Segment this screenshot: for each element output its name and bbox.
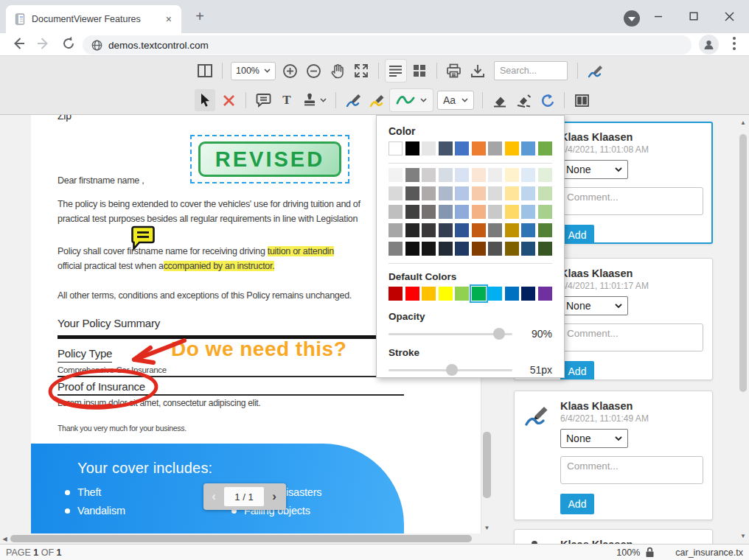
color-swatch[interactable] xyxy=(455,141,469,155)
pan-hand-icon[interactable] xyxy=(327,60,348,82)
highlighter-icon[interactable] xyxy=(366,89,387,111)
comment-input[interactable] xyxy=(560,323,703,351)
color-swatch[interactable] xyxy=(422,186,436,200)
eraser-pen-icon[interactable] xyxy=(513,89,534,111)
red-arrow-annotation[interactable] xyxy=(118,333,192,370)
comment-input[interactable] xyxy=(560,187,703,215)
color-swatch[interactable] xyxy=(455,242,469,256)
comment-card[interactable]: Klaas Klaasen 6/4/2021, 11:01:49 AM None… xyxy=(514,391,713,520)
comment-input[interactable] xyxy=(560,456,703,484)
color-swatch[interactable] xyxy=(455,223,469,237)
next-page-icon[interactable]: › xyxy=(264,489,285,504)
color-swatch[interactable] xyxy=(439,223,453,237)
color-swatch[interactable] xyxy=(505,205,519,219)
color-swatch[interactable] xyxy=(405,186,419,200)
stroke-slider[interactable] xyxy=(389,364,512,376)
color-swatch[interactable] xyxy=(422,287,436,301)
color-swatch[interactable] xyxy=(538,141,552,155)
thumbnail-grid-icon[interactable] xyxy=(409,60,430,82)
color-swatch[interactable] xyxy=(439,242,453,256)
reload-icon[interactable] xyxy=(60,35,77,52)
color-swatch[interactable] xyxy=(505,141,519,155)
color-swatch[interactable] xyxy=(488,141,502,155)
slider-knob[interactable] xyxy=(493,328,505,340)
color-swatch[interactable] xyxy=(521,242,535,256)
color-swatch[interactable] xyxy=(405,287,419,301)
zoom-select[interactable]: 100% xyxy=(231,62,276,80)
color-swatch[interactable] xyxy=(521,223,535,237)
text-annotation-note[interactable]: Do we need this? xyxy=(171,337,346,361)
sidebar-toggle-icon[interactable] xyxy=(195,60,215,82)
new-tab-button[interactable]: + xyxy=(190,7,209,27)
fullscreen-icon[interactable] xyxy=(351,60,372,82)
color-swatch[interactable] xyxy=(405,242,419,256)
tab-close-icon[interactable]: × xyxy=(164,13,174,25)
add-comment-button[interactable]: Add xyxy=(560,225,594,244)
color-swatch[interactable] xyxy=(538,205,552,219)
color-swatch[interactable] xyxy=(405,141,419,155)
color-swatch[interactable] xyxy=(488,242,502,256)
color-swatch[interactable] xyxy=(488,287,502,301)
color-swatch[interactable] xyxy=(472,205,486,219)
comments-scrollbar[interactable]: ▲ ▼ xyxy=(737,115,749,544)
line-style-select[interactable] xyxy=(390,89,433,111)
color-swatch[interactable] xyxy=(439,287,453,301)
site-globe-icon[interactable] xyxy=(91,40,102,51)
color-swatch[interactable] xyxy=(538,223,552,237)
comment-status-select[interactable]: None xyxy=(560,160,628,179)
color-swatch[interactable] xyxy=(422,205,436,219)
profile-avatar[interactable] xyxy=(699,35,719,55)
color-swatch[interactable] xyxy=(439,141,453,155)
color-swatch[interactable] xyxy=(455,186,469,200)
color-swatch[interactable] xyxy=(505,287,519,301)
comment-card[interactable]: Klaas Klaasen xyxy=(514,529,713,544)
page-nav-value[interactable]: 1 / 1 xyxy=(224,487,264,506)
color-swatch[interactable] xyxy=(405,223,419,237)
zoom-in-icon[interactable] xyxy=(280,60,301,82)
color-swatch[interactable] xyxy=(521,141,535,155)
color-swatch[interactable] xyxy=(472,242,486,256)
opacity-slider[interactable] xyxy=(389,328,512,340)
stamp-selection-box[interactable]: REVISED xyxy=(190,135,349,183)
color-swatch[interactable] xyxy=(439,168,453,182)
color-swatch[interactable] xyxy=(488,223,502,237)
color-swatch[interactable] xyxy=(405,168,419,182)
scrollbar-thumb[interactable] xyxy=(739,134,747,392)
color-swatch[interactable] xyxy=(488,168,502,182)
signature-pen-icon[interactable] xyxy=(585,60,605,82)
color-swatch[interactable] xyxy=(521,287,535,301)
color-swatch[interactable] xyxy=(538,168,552,182)
document-horizontal-scrollbar[interactable]: ◀ xyxy=(0,533,492,544)
color-swatch[interactable] xyxy=(472,141,486,155)
slider-knob[interactable] xyxy=(446,364,458,376)
zoom-out-icon[interactable] xyxy=(304,60,324,82)
color-swatch[interactable] xyxy=(505,168,519,182)
color-swatch[interactable] xyxy=(439,205,453,219)
comment-tool-icon[interactable] xyxy=(253,89,274,111)
browser-menu-icon[interactable] xyxy=(733,37,736,52)
color-swatch[interactable] xyxy=(389,141,403,155)
text-annotation-icon[interactable]: T xyxy=(276,89,297,111)
add-comment-button[interactable]: Add xyxy=(560,494,594,514)
stamp-tool-icon[interactable] xyxy=(300,89,329,111)
color-swatch[interactable] xyxy=(505,223,519,237)
color-swatch[interactable] xyxy=(389,205,403,219)
color-swatch[interactable] xyxy=(389,223,403,237)
add-comment-button[interactable]: Add xyxy=(560,361,594,380)
print-icon[interactable] xyxy=(444,60,464,82)
color-swatch[interactable] xyxy=(389,186,403,200)
scrollbar-thumb[interactable] xyxy=(483,432,491,498)
color-swatch[interactable] xyxy=(505,186,519,200)
browser-update-icon[interactable] xyxy=(624,10,640,27)
split-view-icon[interactable] xyxy=(571,89,592,111)
color-swatch[interactable] xyxy=(521,205,535,219)
scroll-down-icon[interactable]: ▼ xyxy=(737,533,749,539)
color-swatch[interactable] xyxy=(538,186,552,200)
color-swatch[interactable] xyxy=(389,242,403,256)
scroll-up-icon[interactable]: ▲ xyxy=(737,119,749,126)
page-view-icon[interactable] xyxy=(386,60,406,82)
revised-stamp[interactable]: REVISED xyxy=(198,141,341,177)
color-swatch[interactable] xyxy=(422,141,436,155)
color-swatch[interactable] xyxy=(422,223,436,237)
delete-annotation-icon[interactable] xyxy=(218,89,239,111)
